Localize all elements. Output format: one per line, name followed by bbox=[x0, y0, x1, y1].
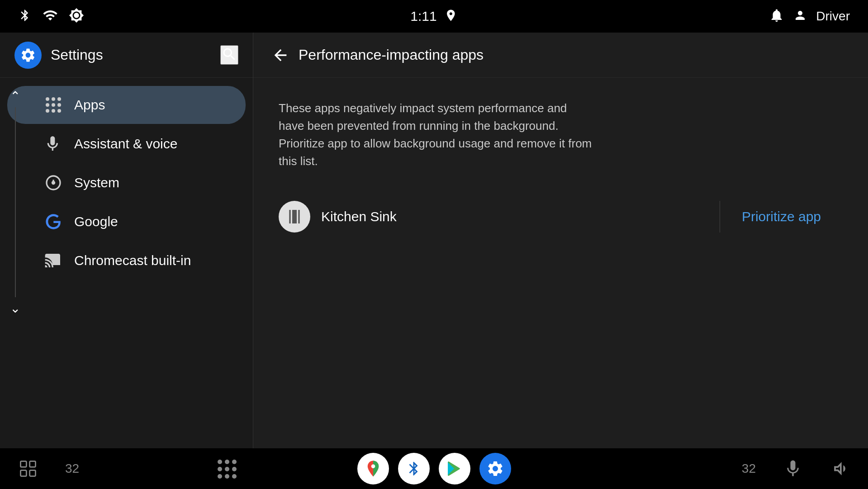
sidebar-item-system[interactable]: System bbox=[7, 164, 246, 202]
bluetooth-icon bbox=[18, 9, 32, 24]
wifi-icon bbox=[43, 8, 58, 25]
assistant-voice-icon bbox=[43, 134, 63, 154]
location-icon bbox=[444, 9, 458, 24]
bottom-bar-right: 32 bbox=[742, 459, 850, 479]
svg-rect-5 bbox=[21, 470, 27, 476]
maps-app-icon[interactable] bbox=[357, 453, 389, 484]
google-icon bbox=[43, 212, 63, 232]
status-bar-left bbox=[18, 8, 84, 25]
content-area: Performance-impacting apps These apps ne… bbox=[253, 33, 868, 448]
back-button[interactable] bbox=[271, 46, 289, 64]
chromecast-icon bbox=[43, 251, 63, 271]
settings-app-icon bbox=[14, 42, 42, 69]
apps-grid-button[interactable] bbox=[217, 459, 237, 479]
prioritize-app-button[interactable]: Prioritize app bbox=[720, 209, 843, 224]
system-icon bbox=[43, 173, 63, 193]
status-time: 1:11 bbox=[410, 9, 436, 24]
recent-apps-button[interactable] bbox=[18, 459, 38, 479]
sidebar-item-chromecast-label: Chromecast built-in bbox=[74, 253, 191, 268]
app-info: Kitchen Sink bbox=[279, 201, 720, 233]
svg-rect-3 bbox=[21, 461, 27, 467]
sidebar: Settings ⌃ ⌄ bbox=[0, 33, 253, 448]
notification-bell-icon bbox=[769, 8, 784, 25]
collapse-chevron-down[interactable]: ⌄ bbox=[8, 299, 22, 318]
nav-divider bbox=[15, 107, 16, 297]
app-name: Kitchen Sink bbox=[321, 209, 397, 224]
svg-rect-4 bbox=[30, 461, 36, 467]
bottom-left-number: 32 bbox=[65, 461, 79, 476]
content-title: Performance-impacting apps bbox=[299, 47, 484, 63]
microphone-button[interactable] bbox=[783, 459, 803, 479]
driver-label: Driver bbox=[816, 9, 850, 24]
app-item-row: Kitchen Sink Prioritize app bbox=[279, 192, 843, 242]
status-bar-center: 1:11 bbox=[410, 9, 457, 24]
search-button[interactable] bbox=[220, 45, 238, 65]
sidebar-item-apps[interactable]: Apps bbox=[7, 86, 246, 124]
sidebar-header: Settings bbox=[0, 33, 253, 78]
apps-icon bbox=[43, 95, 63, 115]
content-body: These apps negatively impact system perf… bbox=[253, 78, 868, 448]
sidebar-item-assistant-voice[interactable]: Assistant & voice bbox=[7, 125, 246, 163]
play-store-icon[interactable] bbox=[439, 453, 470, 484]
sidebar-title: Settings bbox=[51, 47, 103, 63]
user-icon bbox=[793, 9, 807, 24]
sidebar-item-apps-label: Apps bbox=[74, 97, 105, 113]
content-header: Performance-impacting apps bbox=[253, 33, 868, 78]
status-bar: 1:11 Driver bbox=[0, 0, 868, 33]
bluetooth-app-icon[interactable] bbox=[398, 453, 430, 484]
bottom-right-number: 32 bbox=[742, 461, 756, 476]
settings-app-bottom-icon[interactable] bbox=[479, 453, 511, 484]
svg-rect-6 bbox=[30, 470, 36, 476]
status-bar-right: Driver bbox=[769, 8, 850, 25]
main-area: Settings ⌃ ⌄ bbox=[0, 33, 868, 448]
collapse-chevron-up[interactable]: ⌃ bbox=[8, 87, 22, 105]
app-icon bbox=[279, 201, 310, 233]
bottom-bar-left: 32 bbox=[18, 459, 79, 479]
bottom-bar: 32 bbox=[0, 448, 868, 489]
svg-point-2 bbox=[52, 182, 55, 184]
sidebar-item-google-label: Google bbox=[74, 214, 118, 229]
svg-point-7 bbox=[371, 464, 375, 468]
bottom-bar-center bbox=[357, 453, 511, 484]
brightness-icon bbox=[69, 8, 84, 25]
sidebar-item-google[interactable]: Google bbox=[7, 203, 246, 241]
volume-button[interactable] bbox=[830, 459, 850, 479]
sidebar-item-chromecast[interactable]: Chromecast built-in bbox=[7, 242, 246, 280]
description-text: These apps negatively impact system perf… bbox=[279, 100, 595, 170]
sidebar-nav: Apps Assistant & voice bbox=[0, 78, 253, 288]
home-apps-grid-button[interactable] bbox=[217, 459, 237, 479]
sidebar-item-system-label: System bbox=[74, 175, 119, 190]
sidebar-item-assistant-label: Assistant & voice bbox=[74, 136, 177, 152]
